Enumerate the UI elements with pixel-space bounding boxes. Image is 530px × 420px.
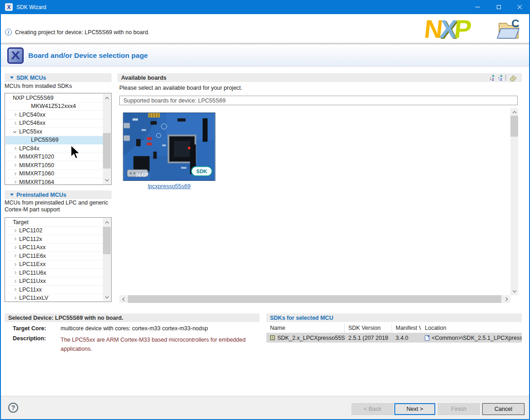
- expand-chevron-icon[interactable]: [10, 288, 19, 291]
- sdks-title: SDKs for selected MCU: [270, 315, 333, 321]
- back-button[interactable]: < Back: [352, 403, 393, 415]
- board-link[interactable]: lpcxpresso55s69: [123, 183, 215, 190]
- tree-item[interactable]: LPC11U6x: [5, 269, 103, 277]
- clear-filter-eraser-icon[interactable]: [509, 74, 517, 82]
- selected-device-title: Selected Device: LPC55S69 with no board.: [8, 315, 123, 321]
- board-card[interactable]: NXP SDK lpcxpresso55s69: [123, 113, 215, 190]
- title-bar[interactable]: X SDK Wizard: [0, 0, 530, 14]
- expand-chevron-icon[interactable]: [10, 113, 19, 116]
- tree-item-label: LPC11xxLV: [19, 295, 48, 301]
- expand-chevron-icon[interactable]: [10, 280, 19, 282]
- collapse-triangle-icon[interactable]: [10, 194, 14, 196]
- scroll-down-button[interactable]: [103, 176, 111, 184]
- manifest-version: 3.4.0: [392, 333, 421, 343]
- boards-horizontal-scrollbar[interactable]: [119, 295, 510, 303]
- sdk-table-row[interactable]: SDK_2.x_LPCXpresso55S69 2.5.1 (207 2019 …: [266, 333, 522, 343]
- sdk-badge: SDK: [191, 166, 212, 176]
- tree-item[interactable]: MIMXRT1064: [5, 178, 103, 184]
- tree-item-label: LPC11Axx: [19, 244, 46, 251]
- target-core-label: Target Core:: [13, 325, 46, 332]
- column-header[interactable]: Manifest Ve...: [392, 323, 421, 333]
- expand-chevron-icon[interactable]: [10, 156, 19, 158]
- preinstalled-mcus-scrollbar[interactable]: [103, 218, 111, 301]
- tree-item[interactable]: LPC540xx: [5, 111, 103, 119]
- tree-item[interactable]: NXP LPC55S69: [5, 94, 103, 102]
- scrollbar-thumb[interactable]: [103, 133, 111, 169]
- minimize-button[interactable]: [467, 0, 488, 14]
- boards-vertical-scrollbar[interactable]: [510, 108, 518, 295]
- expand-chevron-icon[interactable]: [10, 173, 19, 175]
- expand-chevron-icon[interactable]: [10, 263, 19, 266]
- boards-instruction: Please select an available board for you…: [119, 85, 392, 92]
- expand-chevron-icon[interactable]: [10, 130, 19, 133]
- collapse-triangle-icon[interactable]: [10, 77, 14, 79]
- description-value: The LPC55xx are ARM Cortex-M33 based mic…: [61, 335, 257, 353]
- sdk-mcus-section-header[interactable]: SDK MCUs: [5, 73, 112, 82]
- cancel-button[interactable]: Cancel: [482, 403, 525, 415]
- close-button[interactable]: [509, 0, 530, 14]
- mcuxpresso-app-icon: X: [5, 3, 13, 11]
- svg-text:NXP: NXP: [136, 171, 148, 178]
- expand-chevron-icon[interactable]: [10, 122, 19, 124]
- tree-item[interactable]: LPC11E6x: [5, 252, 103, 261]
- sdk-mcus-scrollbar[interactable]: [103, 94, 111, 184]
- tree-item[interactable]: LPC11xx: [5, 286, 103, 294]
- expand-chevron-icon[interactable]: [10, 297, 19, 299]
- tree-item[interactable]: LPC1102: [5, 227, 103, 236]
- board-thumbnail[interactable]: NXP SDK: [123, 113, 215, 181]
- scroll-left-button[interactable]: [119, 295, 127, 303]
- next-button[interactable]: Next >: [394, 403, 435, 415]
- tree-item[interactable]: LPC11Uxx: [5, 277, 103, 286]
- column-header[interactable]: Location: [421, 323, 522, 333]
- tree-item[interactable]: Target: [5, 218, 103, 227]
- tree-item[interactable]: LPC55xx: [5, 128, 103, 136]
- preinstalled-mcus-section-header[interactable]: Preinstalled MCUs: [5, 190, 112, 199]
- tree-item[interactable]: LPC11Axx: [5, 244, 103, 252]
- maximize-button[interactable]: [488, 0, 509, 14]
- help-button[interactable]: ?: [8, 403, 18, 413]
- available-boards-section-header: Available boards: [117, 73, 522, 82]
- tree-item[interactable]: LPC11Exx: [5, 261, 103, 269]
- scroll-right-button[interactable]: [503, 295, 510, 303]
- tree-item-label: NXP LPC55S69: [13, 95, 53, 101]
- column-header[interactable]: SDK Version: [345, 323, 392, 333]
- expand-chevron-icon[interactable]: [10, 181, 19, 183]
- scrollbar-thumb[interactable]: [128, 295, 501, 303]
- tree-item-label: LPC112x: [19, 236, 42, 242]
- boards-filter-input[interactable]: [119, 96, 518, 105]
- expand-chevron-icon[interactable]: [10, 255, 19, 257]
- sdk-package-icon: [270, 335, 275, 340]
- tree-item[interactable]: LPC546xx: [5, 119, 103, 128]
- tree-item[interactable]: LPC55S69: [5, 136, 103, 145]
- scroll-down-button[interactable]: [103, 293, 111, 301]
- svg-text:C: C: [511, 19, 519, 30]
- scroll-up-button[interactable]: [103, 218, 111, 226]
- scroll-up-button[interactable]: [510, 108, 518, 116]
- tree-item[interactable]: LPC11xxLV: [5, 294, 103, 302]
- info-icon: [5, 29, 12, 36]
- sort-descending-button[interactable]: [489, 74, 494, 81]
- tree-item[interactable]: MKW41Z512xxx4: [5, 102, 103, 111]
- tree-item-label: MIMXRT1060: [19, 170, 54, 177]
- finish-button[interactable]: Finish: [438, 403, 480, 415]
- expand-chevron-icon[interactable]: [10, 246, 19, 249]
- expand-chevron-icon[interactable]: [10, 230, 19, 232]
- preinstalled-mcus-title: Preinstalled MCUs: [16, 192, 66, 198]
- scrollbar-thumb[interactable]: [510, 116, 518, 137]
- sort-ascending-button[interactable]: [497, 74, 502, 81]
- tree-item[interactable]: MIMXRT1060: [5, 170, 103, 179]
- tree-item[interactable]: MIMXRT1050: [5, 161, 103, 170]
- scroll-up-button[interactable]: [103, 94, 111, 102]
- expand-chevron-icon[interactable]: [10, 271, 19, 274]
- sdk-mcus-tree: NXP LPC55S69 MKW41Z512xxx4 LPC540xx LPC5…: [5, 93, 112, 185]
- expand-chevron-icon[interactable]: [10, 147, 19, 149]
- tree-item[interactable]: LPC112x: [5, 235, 103, 244]
- toolbar-divider: [505, 75, 506, 81]
- scroll-down-button[interactable]: [510, 287, 518, 295]
- scrollbar-thumb[interactable]: [103, 227, 111, 254]
- column-header[interactable]: Name: [266, 323, 345, 333]
- expand-chevron-icon[interactable]: [10, 164, 19, 166]
- tree-item[interactable]: LPC84x: [5, 144, 103, 153]
- tree-item[interactable]: MIMXRT1020: [5, 153, 103, 162]
- expand-chevron-icon[interactable]: [10, 238, 19, 240]
